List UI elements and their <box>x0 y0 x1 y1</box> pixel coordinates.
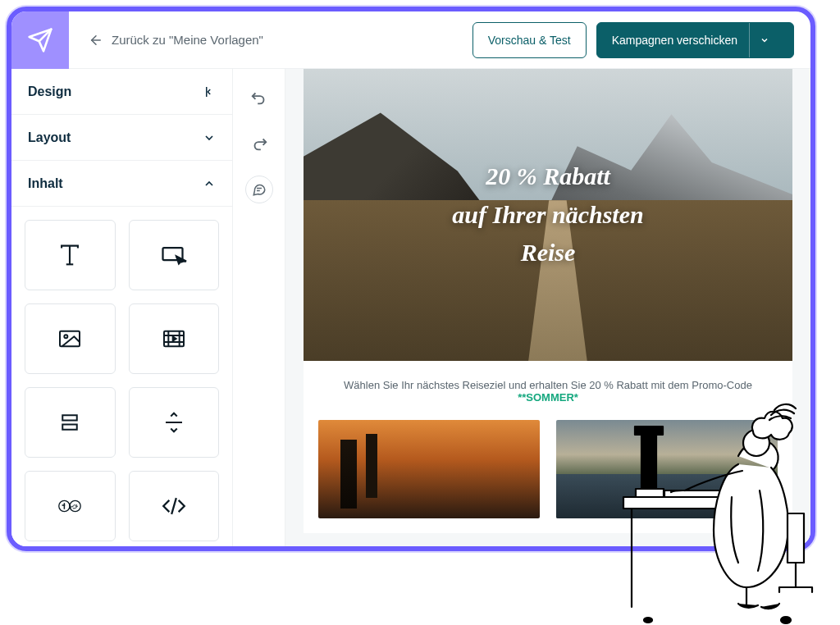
email-template[interactable]: 20 % Rabatt auf Ihrer nächsten Reise Wäh… <box>304 69 792 533</box>
canvas-area[interactable]: 20 % Rabatt auf Ihrer nächsten Reise Wäh… <box>285 69 810 546</box>
redo-icon <box>250 135 268 153</box>
chevron-down-icon <box>760 35 769 45</box>
content-blocks-grid <box>11 207 232 546</box>
comment-button[interactable] <box>245 176 273 203</box>
thumb-right[interactable] <box>556 420 778 518</box>
block-html[interactable] <box>129 471 220 541</box>
sidebar-item-layout[interactable]: Layout <box>11 115 232 161</box>
arrow-left-icon <box>89 33 103 48</box>
redo-button[interactable] <box>245 130 273 157</box>
chevron-up-icon <box>203 177 216 190</box>
divider-icon <box>162 410 186 435</box>
app-window: Zurück zu "Meine Vorlagen" Vorschau & Te… <box>7 7 815 551</box>
app-logo[interactable] <box>11 11 69 69</box>
sidebar: Design Layout Inhalt <box>11 69 233 546</box>
chevron-down-icon <box>203 131 216 144</box>
collapse-left-icon <box>201 84 216 99</box>
svg-point-16 <box>644 618 652 623</box>
preview-button[interactable]: Vorschau & Test <box>472 22 587 58</box>
send-dropdown-toggle[interactable] <box>749 23 778 57</box>
text-icon <box>56 241 84 269</box>
video-icon <box>161 326 187 352</box>
back-link[interactable]: Zurück zu "Meine Vorlagen" <box>89 33 472 48</box>
cursor-button-icon <box>159 240 189 270</box>
sidebar-item-content[interactable]: Inhalt <box>11 161 232 207</box>
hero-block[interactable]: 20 % Rabatt auf Ihrer nächsten Reise <box>304 69 792 361</box>
svg-point-2 <box>65 335 68 338</box>
block-spacer[interactable] <box>25 387 116 458</box>
undo-icon <box>250 89 268 107</box>
block-social[interactable] <box>25 471 116 541</box>
promo-text-block[interactable]: Wählen Sie Ihr nächstes Reiseziel und er… <box>304 361 792 420</box>
block-divider[interactable] <box>129 387 220 458</box>
social-icon <box>56 492 84 520</box>
sidebar-item-design[interactable]: Design <box>11 69 232 115</box>
image-icon <box>57 326 83 352</box>
promo-code: **SOMMER* <box>518 391 578 404</box>
spacer-icon <box>57 410 82 435</box>
svg-rect-5 <box>63 425 78 430</box>
undo-button[interactable] <box>245 84 273 112</box>
block-video[interactable] <box>129 303 220 374</box>
back-label: Zurück zu "Meine Vorlagen" <box>112 33 263 47</box>
block-text[interactable] <box>25 220 116 290</box>
thumb-left[interactable] <box>318 420 540 518</box>
svg-rect-4 <box>63 415 78 420</box>
hero-headline[interactable]: 20 % Rabatt auf Ihrer nächsten Reise <box>419 157 676 272</box>
image-row <box>304 420 792 533</box>
send-icon <box>27 27 53 53</box>
html-icon <box>160 492 188 520</box>
topbar: Zurück zu "Meine Vorlagen" Vorschau & Te… <box>11 11 810 69</box>
svg-point-15 <box>781 617 791 623</box>
send-button[interactable]: Kampagnen verschicken <box>596 22 794 58</box>
tool-column <box>233 69 285 546</box>
block-button[interactable] <box>129 220 220 290</box>
comment-icon <box>252 182 267 197</box>
block-image[interactable] <box>25 303 116 374</box>
